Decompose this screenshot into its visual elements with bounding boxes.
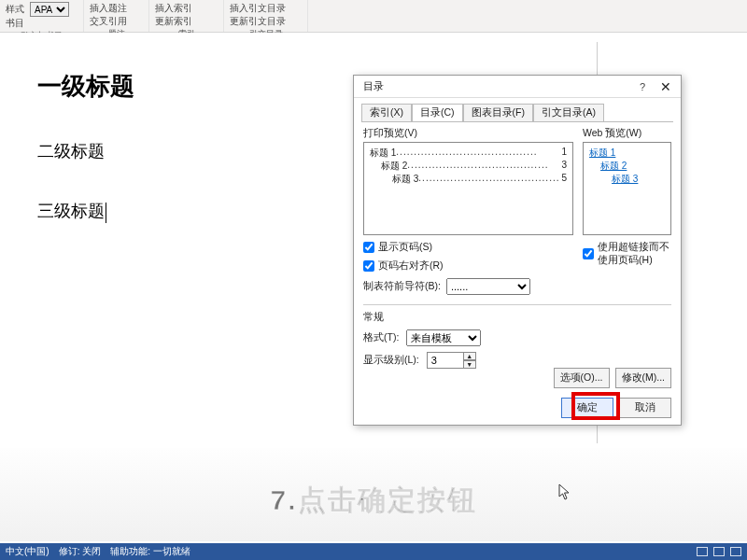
general-section-label: 常规 (363, 311, 671, 324)
update-toa-btn[interactable]: 更新引文目录 (230, 15, 286, 28)
status-accessibility[interactable]: 辅助功能: 一切就绪 (110, 545, 190, 558)
web-preview-link[interactable]: 标题 3 (589, 173, 665, 186)
print-preview-box: 标题 1....................................… (363, 142, 573, 235)
tab-toc[interactable]: 目录(C) (412, 104, 463, 121)
insert-caption-btn[interactable]: 插入题注 (90, 2, 127, 15)
toc-dialog: 目录 ? ✕ 索引(X) 目录(C) 图表目录(F) 引文目录(A) 打印预览(… (353, 75, 682, 426)
leader-label: 制表符前导符(B): (363, 280, 441, 293)
mouse-cursor-icon (558, 483, 571, 500)
web-preview-link[interactable]: 标题 1 (589, 147, 665, 160)
web-preview-link[interactable]: 标题 2 (589, 160, 665, 173)
cross-ref-btn[interactable]: 交叉引用 (90, 15, 127, 28)
options-button[interactable]: 选项(O)... (554, 368, 610, 388)
dialog-titlebar: 目录 ? ✕ (354, 76, 681, 98)
show-page-numbers-label: 显示页码(S) (378, 241, 432, 254)
levels-label: 显示级别(L): (363, 354, 419, 367)
text-cursor (106, 203, 106, 223)
dialog-title: 目录 (363, 79, 384, 93)
web-preview-box: 标题 1标题 2标题 3 (583, 142, 671, 235)
close-button[interactable]: ✕ (656, 79, 675, 94)
right-align-label: 页码右对齐(R) (378, 259, 444, 273)
biblio-label[interactable]: 书目 (6, 17, 24, 30)
use-hyperlinks-label: 使用超链接而不使用页码(H) (598, 241, 671, 267)
leader-select[interactable]: ...... (446, 278, 530, 295)
heading-3: 三级标题 (37, 202, 105, 220)
update-index-btn[interactable]: 更新索引 (155, 15, 192, 28)
tab-authorities[interactable]: 引文目录(A) (533, 104, 604, 121)
status-track-changes[interactable]: 修订: 关闭 (59, 545, 102, 558)
ok-button[interactable]: 确定 (561, 398, 613, 418)
status-bar: 中文(中国) 修订: 关闭 辅助功能: 一切就绪 (0, 543, 747, 560)
print-preview-label: 打印预览(V) (363, 127, 573, 140)
tutorial-caption: 7.点击确定按钮 (0, 482, 747, 520)
web-preview-label: Web 预览(W) (583, 127, 671, 140)
help-button[interactable]: ? (640, 81, 645, 92)
format-label: 格式(T): (363, 331, 399, 344)
levels-spinner[interactable]: ▲ ▼ (427, 352, 476, 369)
ribbon: 样式 APA 书目 引文与书目 插入题注 交叉引用 题注 插入索引 更新索引 索… (0, 0, 747, 33)
tab-index[interactable]: 索引(X) (361, 104, 412, 121)
insert-index-btn[interactable]: 插入索引 (155, 2, 192, 15)
cancel-button[interactable]: 取消 (619, 398, 671, 418)
preview-line: 标题 3....................................… (370, 173, 567, 186)
tab-figures[interactable]: 图表目录(F) (463, 104, 533, 121)
show-page-numbers-checkbox[interactable] (363, 242, 374, 253)
view-mode-icon[interactable] (730, 547, 741, 556)
style-label: 样式 (6, 3, 24, 16)
dialog-tabs: 索引(X) 目录(C) 图表目录(F) 引文目录(A) (354, 98, 681, 121)
spin-up-icon[interactable]: ▲ (463, 352, 476, 360)
view-mode-icon[interactable] (697, 547, 708, 556)
preview-line: 标题 1....................................… (370, 147, 567, 160)
spin-down-icon[interactable]: ▼ (463, 360, 476, 369)
view-mode-icon[interactable] (713, 547, 725, 556)
right-align-checkbox[interactable] (363, 260, 374, 272)
status-language[interactable]: 中文(中国) (6, 545, 49, 558)
style-select[interactable]: APA (30, 2, 69, 17)
format-select[interactable]: 来自模板 (406, 329, 481, 346)
preview-line: 标题 2....................................… (370, 160, 567, 173)
insert-toa-btn[interactable]: 插入引文目录 (230, 2, 286, 15)
modify-button[interactable]: 修改(M)... (615, 368, 672, 388)
use-hyperlinks-checkbox[interactable] (583, 248, 594, 259)
levels-input[interactable] (427, 352, 464, 369)
